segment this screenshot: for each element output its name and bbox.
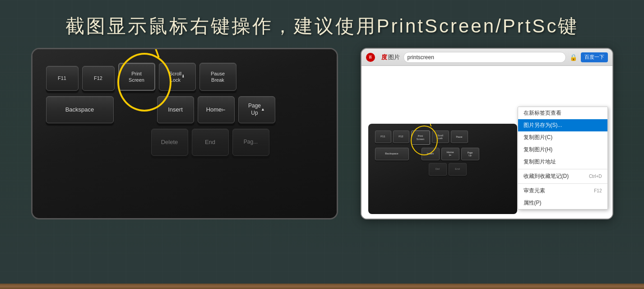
key-pagedown: Pag... [232, 129, 269, 156]
ctx-separator-2 [518, 183, 607, 184]
key-scrolllock: ScrollLock⬇ [159, 63, 196, 91]
ctx-item-copyurl[interactable]: 复制图片地址 [518, 156, 607, 168]
nk-delete: Del [429, 163, 447, 176]
nk-printscreen: PrintScreen [411, 131, 430, 145]
ctx-item-view[interactable]: 在新标签页查看 [518, 107, 607, 119]
lock-icon: 🔒 [570, 54, 577, 61]
nk-insert: Insert [422, 148, 440, 160]
browser-screenshot: 百 度 图片 printscreen 🔒 百度一下 [361, 48, 613, 219]
nk-home: Home⊢ [441, 148, 459, 160]
key-f11: F11 [46, 66, 79, 91]
ctx-item-copyimgh[interactable]: 复制图片(H) [518, 144, 607, 156]
browser-logo-text: 度 [381, 53, 387, 61]
ctx-item-copyimg[interactable]: 复制图片(C) [518, 131, 607, 144]
browser-logo-area: 百 度 图片 [366, 52, 400, 63]
nk-backspace: Backspace [375, 148, 409, 160]
nk-f12: F12 [393, 131, 409, 143]
page-wrapper: 截图显示鼠标右键操作，建议使用PrintScreen/PrtSc键 F11 F1… [0, 0, 644, 289]
key-pause: PauseBreak [199, 63, 236, 91]
nested-keyboard-image: F11 F12 PrintScreen ScrollLock Pause Bac… [368, 124, 517, 214]
browser-content: F11 F12 PrintScreen ScrollLock Pause Bac… [361, 66, 612, 219]
nested-key-row-2: Backspace Insert Home⊢ PageUp [368, 145, 517, 160]
browser-search-bar[interactable]: printscreen [403, 52, 566, 63]
keyboard-image-left: F11 F12 PrintScreen ScrollLock⬇ PauseBre… [31, 48, 338, 219]
key-insert: Insert [157, 96, 194, 123]
browser-logo-suffix: 图片 [388, 53, 400, 61]
nested-key-row-3: Del End [368, 160, 517, 176]
content-row: F11 F12 PrintScreen ScrollLock⬇ PauseBre… [18, 48, 626, 219]
ctx-item-inspect[interactable]: 审查元素 F12 [518, 185, 607, 197]
page-title: 截图显示鼠标右键操作，建议使用PrintScreen/PrtSc键 [65, 14, 579, 39]
nk-spacer2 [375, 163, 427, 176]
key-end: End [192, 129, 229, 156]
key-row-3: Delete End Pag... [32, 123, 337, 156]
nk-end: End [449, 163, 467, 176]
ctx-item-saveas[interactable]: 图片另存为(S)... [518, 119, 607, 131]
key-row-2: Backspace Insert Home⊢ PageUp▲ [32, 91, 337, 123]
key-delete: Delete [151, 129, 188, 156]
baidu-logo: 百 [366, 52, 380, 63]
nk-f11: F11 [375, 131, 391, 143]
context-menu: 在新标签页查看 图片另存为(S)... 复制图片(C) 复制图片(H) 复制图片… [518, 107, 608, 210]
ctx-item-properties[interactable]: 属性(P) [518, 197, 607, 209]
key-f12: F12 [82, 66, 115, 91]
browser-toolbar: 百 度 图片 printscreen 🔒 百度一下 [361, 49, 612, 66]
ctx-separator-1 [518, 169, 607, 169]
baidu-search-button[interactable]: 百度一下 [581, 52, 608, 62]
key-backspace: Backspace [46, 96, 114, 123]
search-text: printscreen [408, 54, 434, 61]
key-home: Home⊢ [198, 96, 235, 123]
key-row-1: F11 F12 PrintScreen ScrollLock⬇ PauseBre… [32, 49, 337, 91]
nk-spacer [411, 148, 420, 160]
nk-scrolllock: ScrollLock [432, 131, 449, 143]
nk-pageup: PageUp [461, 148, 479, 160]
nested-key-row-1: F11 F12 PrintScreen ScrollLock Pause [368, 124, 517, 145]
keyboard-bg: F11 F12 PrintScreen ScrollLock⬇ PauseBre… [32, 49, 337, 218]
nk-pause: Pause [451, 131, 468, 143]
key-pageup: PageUp▲ [238, 96, 275, 123]
baidu-icon: 百 [366, 53, 375, 62]
ctx-item-bookmark[interactable]: 收藏到收藏笔记(D) Ctrl+D [518, 170, 607, 182]
key-printscreen: PrintScreen [118, 63, 155, 91]
